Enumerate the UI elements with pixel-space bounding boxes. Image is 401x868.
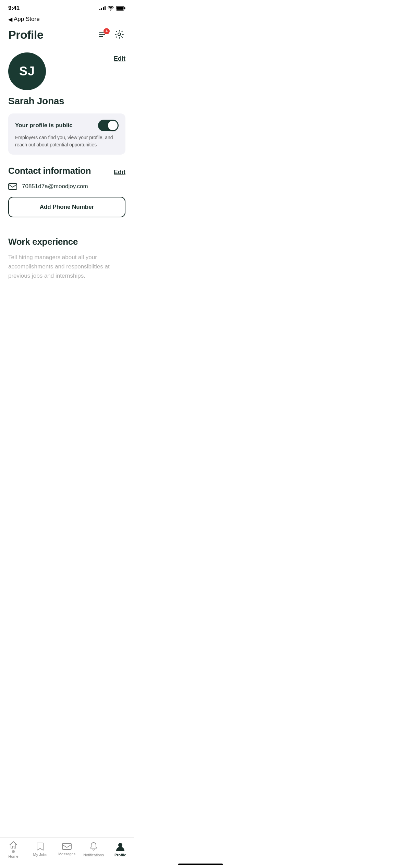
public-card-title: Your profile is public xyxy=(15,122,73,129)
public-profile-card: Your profile is public Employers can fin… xyxy=(8,113,125,155)
page-header: Profile 4 xyxy=(0,25,134,47)
back-chevron-icon: ◀ xyxy=(8,16,12,23)
back-nav[interactable]: ◀ App Store xyxy=(0,14,134,25)
profile-edit-link[interactable]: Edit xyxy=(114,55,125,62)
svg-point-7 xyxy=(118,33,121,36)
wifi-icon xyxy=(108,6,114,11)
contact-section-header: Contact information Edit xyxy=(8,166,125,176)
profile-top: SJ Edit xyxy=(8,52,125,90)
work-section-description: Tell hiring managers about all your acco… xyxy=(8,253,125,281)
contact-edit-link[interactable]: Edit xyxy=(114,169,125,176)
gear-icon xyxy=(114,29,124,39)
toggle-knob xyxy=(108,121,118,130)
work-experience-section: Work experience Tell hiring managers abo… xyxy=(0,237,134,322)
settings-button[interactable] xyxy=(113,28,125,41)
page-title: Profile xyxy=(8,28,43,41)
back-link[interactable]: ◀ App Store xyxy=(8,16,40,23)
battery-icon xyxy=(116,6,125,11)
email-icon xyxy=(8,183,17,190)
avatar: SJ xyxy=(8,52,46,90)
work-section-title: Work experience xyxy=(8,237,125,247)
public-toggle[interactable] xyxy=(98,120,119,131)
public-card-row: Your profile is public xyxy=(15,120,119,131)
email-value: 70851d7a@moodjoy.com xyxy=(22,183,88,190)
header-actions: 4 xyxy=(98,28,125,41)
notification-badge: 4 xyxy=(104,28,110,34)
status-bar: 9:41 xyxy=(0,0,134,14)
email-row: 70851d7a@moodjoy.com xyxy=(8,183,125,190)
public-card-description: Employers can find you, view your profil… xyxy=(15,134,119,148)
svg-rect-8 xyxy=(9,183,17,190)
signal-icon xyxy=(99,6,106,10)
contact-section-title: Contact information xyxy=(8,166,91,176)
status-time: 9:41 xyxy=(8,5,20,12)
contact-info-section: Contact information Edit 70851d7a@moodjo… xyxy=(0,166,134,228)
notifications-button[interactable]: 4 xyxy=(98,30,108,40)
profile-section: SJ Edit Sarah Jonas Your profile is publ… xyxy=(0,47,134,155)
svg-rect-1 xyxy=(124,7,125,9)
svg-rect-2 xyxy=(117,7,124,10)
status-icons xyxy=(99,6,125,11)
profile-name: Sarah Jonas xyxy=(8,96,125,107)
add-phone-button[interactable]: Add Phone Number xyxy=(8,197,125,217)
